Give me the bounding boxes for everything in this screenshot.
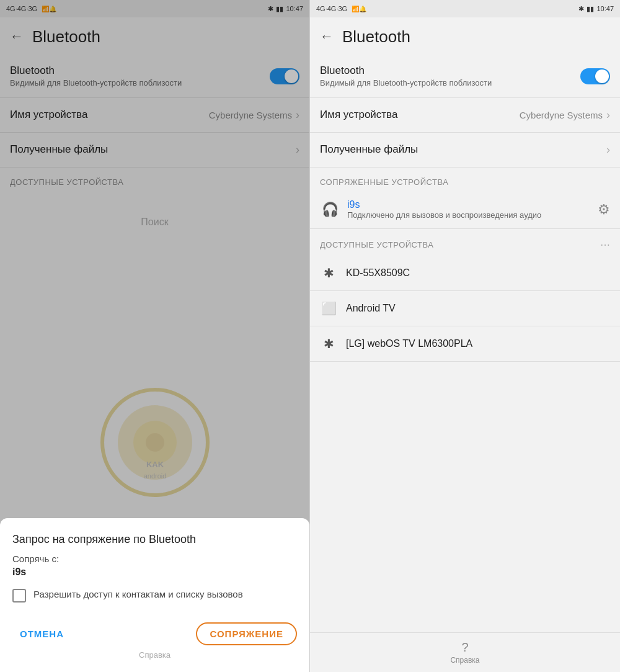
- device-name-title-right: Имя устройства: [320, 109, 520, 121]
- available-device-name-0: KD-55X8509C: [346, 267, 410, 279]
- paired-device-info: i9s Подключено для вызовов и воспроизвед…: [347, 199, 590, 221]
- available-device-icon-0: ✱: [320, 266, 337, 280]
- left-phone-panel: 4G·4G·3G 📶🔔 ✱ ▮▮ 10:47 ← Bluetooth Bluet…: [0, 0, 310, 672]
- bluetooth-title-right: Bluetooth: [320, 65, 580, 77]
- available-device-row-2[interactable]: ✱ [LG] webOS TV LM6300PLA: [310, 326, 620, 362]
- dialog-title: Запрос на сопряжение по Bluetooth: [12, 533, 297, 546]
- dialog-checkbox-row: Разрешить доступ к контактам и списку вы…: [12, 588, 297, 603]
- received-files-title-right: Полученные файлы: [320, 143, 606, 156]
- bluetooth-subtitle-right: Видимый для Bluetooth-устройств поблизос…: [320, 78, 580, 89]
- bluetooth-toggle-item-right[interactable]: Bluetooth Видимый для Bluetooth-устройст…: [310, 56, 620, 98]
- available-device-icon-1: ⬜: [320, 301, 337, 316]
- bluetooth-icon-status-right: ✱: [578, 5, 584, 13]
- pair-dialog: Запрос на сопряжение по Bluetooth Сопряч…: [0, 518, 309, 672]
- signal-icons-right: 4G·4G·3G: [316, 5, 347, 12]
- device-name-right-text: Имя устройства: [320, 109, 520, 121]
- dialog-device-name: i9s: [12, 567, 297, 578]
- paired-device-settings-icon[interactable]: ⚙: [598, 202, 610, 218]
- status-bar-right: 4G·4G·3G 📶🔔 ✱ ▮▮ 10:47: [310, 0, 620, 17]
- icons-row-right: 📶🔔: [352, 6, 366, 12]
- dialog-pair-label: Сопрячь с:: [12, 553, 297, 564]
- dialog-checkbox-label: Разрешить доступ к контактам и списку вы…: [33, 588, 243, 601]
- bluetooth-toggle-right-text: Bluetooth Видимый для Bluetooth-устройст…: [320, 65, 580, 89]
- device-name-chevron-right: ›: [606, 109, 610, 122]
- header-right: ← Bluetooth: [310, 17, 620, 56]
- dialog-footer: Справка: [12, 645, 297, 662]
- page-title-right: Bluetooth: [342, 27, 410, 47]
- right-phone-panel: 4G·4G·3G 📶🔔 ✱ ▮▮ 10:47 ← Bluetooth Bluet…: [310, 0, 620, 672]
- available-section-header-right: ДОСТУПНЫЕ УСТРОЙСТВА ⋯: [310, 229, 620, 256]
- available-device-row-0[interactable]: ✱ KD-55X8509C: [310, 256, 620, 291]
- time-right: 10:47: [596, 5, 614, 12]
- device-name-item-right[interactable]: Имя устройства Cyberdyne Systems ›: [310, 98, 620, 133]
- bottom-bar-right: ? Справка: [310, 632, 620, 672]
- device-name-value-right: Cyberdyne Systems: [520, 110, 603, 120]
- cancel-button[interactable]: ОТМЕНА: [12, 624, 71, 644]
- available-device-name-1: Android TV: [346, 303, 396, 314]
- settings-body-right: Bluetooth Видимый для Bluetooth-устройст…: [310, 56, 620, 632]
- available-section-label-right: ДОСТУПНЫЕ УСТРОЙСТВА: [320, 240, 433, 249]
- available-device-name-2: [LG] webOS TV LM6300PLA: [346, 338, 472, 349]
- dialog-buttons: ОТМЕНА СОПРЯЖЕНИЕ: [12, 617, 297, 645]
- received-files-right-text: Полученные файлы: [320, 143, 606, 156]
- dialog-overlay-left: Запрос на сопряжение по Bluetooth Сопряч…: [0, 0, 309, 672]
- bottom-bar-label: Справка: [450, 656, 479, 665]
- bluetooth-toggle-right[interactable]: [580, 68, 610, 84]
- back-button-right[interactable]: ←: [320, 29, 334, 45]
- pair-button[interactable]: СОПРЯЖЕНИЕ: [196, 622, 297, 645]
- help-icon[interactable]: ?: [461, 640, 468, 655]
- status-left-right: 4G·4G·3G 📶🔔: [316, 5, 366, 12]
- battery-right: ▮▮: [587, 5, 594, 13]
- paired-device-icon: 🎧: [320, 202, 340, 218]
- available-device-icon-2: ✱: [320, 336, 337, 351]
- paired-device-status: Подключено для вызовов и воспроизведения…: [347, 210, 590, 221]
- paired-section-label: СОПРЯЖЕННЫЕ УСТРОЙСТВА: [310, 168, 620, 192]
- received-files-chevron-right: ›: [606, 143, 610, 156]
- available-device-row-1[interactable]: ⬜ Android TV: [310, 291, 620, 326]
- paired-device-row[interactable]: 🎧 i9s Подключено для вызовов и воспроизв…: [310, 192, 620, 229]
- contacts-access-checkbox[interactable]: [12, 589, 26, 603]
- scanning-spinner-icon: ⋯: [600, 239, 610, 251]
- paired-device-name[interactable]: i9s: [347, 199, 590, 210]
- status-right-right: ✱ ▮▮ 10:47: [578, 5, 614, 13]
- received-files-item-right[interactable]: Полученные файлы ›: [310, 133, 620, 168]
